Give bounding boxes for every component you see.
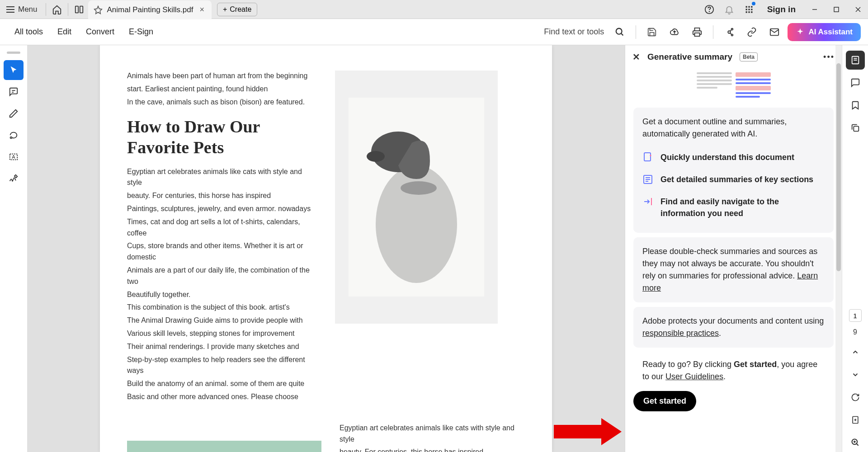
panel-illustration xyxy=(631,69,836,100)
ai-assistant-button[interactable]: AI Assistant xyxy=(788,23,861,41)
divider xyxy=(68,3,68,16)
current-page[interactable]: 1 xyxy=(849,309,862,322)
svg-rect-10 xyxy=(745,11,747,13)
user-guidelines-link[interactable]: User Guidelines xyxy=(665,372,723,381)
print-button[interactable] xyxy=(688,23,707,42)
svg-rect-7 xyxy=(745,9,747,10)
panel-scrollbar-thumb[interactable] xyxy=(836,63,841,271)
save-button[interactable] xyxy=(642,23,661,42)
star-icon xyxy=(94,5,103,14)
cursor-icon xyxy=(9,65,19,75)
notifications-button[interactable] xyxy=(720,0,738,19)
apps-button[interactable] xyxy=(740,0,758,19)
bookmarks-toggle[interactable] xyxy=(846,96,865,115)
chevron-up-icon xyxy=(851,348,859,356)
ai-panel-toggle[interactable] xyxy=(846,51,865,70)
maximize-icon xyxy=(833,6,840,13)
svg-rect-45 xyxy=(854,126,859,131)
copy-icon xyxy=(850,123,860,133)
menu-label: Menu xyxy=(18,5,38,14)
panel-header: ✕ Generative summary Beta ••• xyxy=(625,45,842,69)
find-label[interactable]: Find text or tools xyxy=(544,27,604,37)
feature-understand: Quickly understand this document xyxy=(642,146,825,169)
document-tab[interactable]: Animal Painting Skills.pdf × xyxy=(88,0,212,19)
lasso-icon xyxy=(9,130,19,140)
bell-icon xyxy=(724,5,734,14)
document-viewport[interactable]: Animals have been part of human art from… xyxy=(27,45,625,452)
svg-rect-14 xyxy=(834,7,839,12)
maximize-button[interactable] xyxy=(826,0,846,19)
panel-close-button[interactable]: ✕ xyxy=(632,52,640,62)
minimize-icon xyxy=(811,6,818,13)
ai-assistant-label: AI Assistant xyxy=(808,28,853,37)
privacy-card: Adobe protects your documents and conten… xyxy=(633,307,834,348)
link-icon xyxy=(747,27,757,37)
panel-scrollbar-track[interactable] xyxy=(835,45,842,452)
help-button[interactable] xyxy=(700,0,718,19)
link-button[interactable] xyxy=(742,23,761,42)
all-tools-link[interactable]: All tools xyxy=(7,27,50,37)
notification-dot xyxy=(752,2,755,5)
ready-card: Ready to go? By clicking Get started, yo… xyxy=(633,352,834,383)
panel-more-button[interactable]: ••• xyxy=(823,52,835,62)
svg-rect-34 xyxy=(127,441,321,452)
text-box-tool[interactable]: A xyxy=(4,147,24,167)
disclaimer-card: Please double-check summaries and source… xyxy=(633,237,834,302)
svg-rect-5 xyxy=(748,6,750,7)
dog-illustration xyxy=(349,98,484,297)
help-icon xyxy=(704,5,714,14)
share-button[interactable] xyxy=(720,23,739,42)
plus-icon: + xyxy=(223,5,227,14)
rotate-button[interactable] xyxy=(846,388,865,407)
sign-tool[interactable] xyxy=(4,169,24,188)
convert-link[interactable]: Convert xyxy=(79,27,122,37)
responsible-practices-link[interactable]: responsible practices xyxy=(642,329,719,338)
esign-link[interactable]: E-Sign xyxy=(122,27,160,37)
zoom-in-icon xyxy=(851,438,860,447)
edit-link[interactable]: Edit xyxy=(50,27,79,37)
panels-icon xyxy=(74,5,84,14)
share-icon xyxy=(724,27,734,37)
plant-image xyxy=(127,441,321,452)
textbox-icon: A xyxy=(9,152,19,162)
create-button[interactable]: + Create xyxy=(217,3,257,16)
upload-button[interactable] xyxy=(665,23,684,42)
svg-point-32 xyxy=(367,151,385,162)
home-button[interactable] xyxy=(48,0,66,19)
svg-line-48 xyxy=(856,444,858,446)
search-icon xyxy=(615,27,625,37)
fit-button[interactable] xyxy=(846,410,865,429)
separator xyxy=(713,25,713,39)
tab-title: Animal Painting Skills.pdf xyxy=(107,5,193,14)
draw-tool[interactable] xyxy=(4,125,24,145)
annotation-arrow xyxy=(552,416,624,447)
menu-button[interactable]: Menu xyxy=(0,0,44,19)
get-started-button[interactable]: Get started xyxy=(633,391,696,411)
save-icon xyxy=(647,27,657,37)
body-paragraph: Egyptian art celebrates animals like cat… xyxy=(127,166,317,403)
svg-rect-8 xyxy=(748,9,750,10)
chat-toggle[interactable] xyxy=(846,73,865,92)
close-window-button[interactable] xyxy=(848,0,868,19)
signin-button[interactable]: Sign in xyxy=(760,5,803,14)
list-icon xyxy=(642,174,653,185)
drag-handle[interactable] xyxy=(7,52,20,54)
pages-toggle[interactable] xyxy=(846,118,865,137)
search-button[interactable] xyxy=(610,23,629,42)
compare-button[interactable] xyxy=(70,0,88,19)
svg-point-33 xyxy=(401,181,437,195)
chevron-down-icon xyxy=(851,371,859,379)
zoom-in-button[interactable] xyxy=(846,433,865,452)
highlight-tool[interactable] xyxy=(4,104,24,123)
page-up-button[interactable] xyxy=(846,343,865,362)
svg-rect-1 xyxy=(80,6,82,13)
page-down-button[interactable] xyxy=(846,365,865,384)
comment-tool[interactable] xyxy=(4,82,24,102)
email-button[interactable] xyxy=(765,23,784,42)
page-fit-icon xyxy=(851,415,860,424)
svg-point-26 xyxy=(10,137,12,139)
select-tool[interactable] xyxy=(4,60,24,80)
tab-close[interactable]: × xyxy=(198,5,206,14)
print-icon xyxy=(692,27,702,37)
minimize-button[interactable] xyxy=(805,0,825,19)
